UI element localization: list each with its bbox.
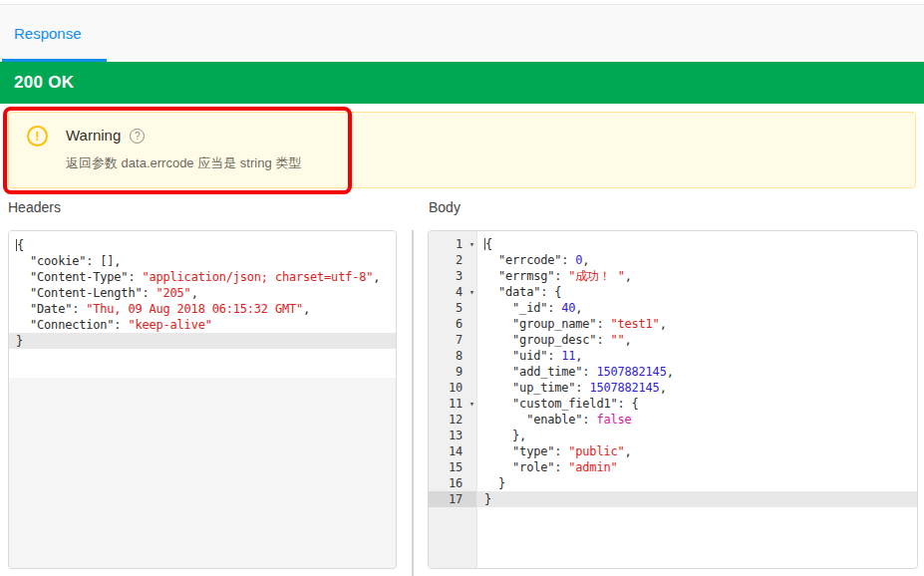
code-line: {: [9, 237, 396, 253]
code-text: "group_name": "test1",: [476, 316, 917, 332]
code-text: "cookie": [],: [9, 253, 396, 269]
line-number: 9: [429, 364, 476, 380]
code-line: 7 "group_desc": "",: [429, 332, 917, 348]
line-number: 8: [429, 348, 476, 364]
code-text: {: [476, 236, 917, 252]
code-text: "Date": "Thu, 09 Aug 2018 06:15:32 GMT",: [9, 301, 396, 317]
code-text: "uid": 11,: [476, 348, 917, 364]
code-line: "cookie": [],: [9, 253, 396, 269]
warning-title: Warning?: [66, 127, 145, 144]
line-number: 6: [429, 316, 476, 332]
line-number: 15: [429, 459, 476, 475]
line-number: 5: [429, 300, 476, 316]
body-code-editor[interactable]: 1▾{2 "errcode": 0,3 "errmsg": "成功！ ",4▾ …: [428, 230, 918, 569]
code-line: 3 "errmsg": "成功！ ",: [429, 268, 917, 284]
warning-message: 返回参数 data.errcode 应当是 string 类型: [66, 154, 301, 172]
code-line: 2 "errcode": 0,: [429, 252, 917, 268]
code-line: "Content-Type": "application/json; chars…: [9, 269, 396, 285]
code-line: 10 "up_time": 1507882145,: [429, 380, 917, 396]
code-line: 1▾{: [429, 236, 917, 252]
code-line: }: [9, 333, 396, 349]
code-text: "custom_field1": {: [476, 396, 917, 412]
warning-exclamation-icon: !: [27, 126, 48, 146]
code-text: "_id": 40,: [476, 300, 917, 316]
code-line: 17}: [429, 491, 917, 507]
panel-divider: [412, 230, 414, 576]
code-text: "group_desc": "",: [476, 332, 917, 348]
code-text: {: [9, 237, 396, 253]
warning-alert: ! Warning? 返回参数 data.errcode 应当是 string …: [8, 112, 916, 188]
code-line: 9 "add_time": 1507882145,: [429, 364, 917, 380]
code-line: 5 "_id": 40,: [429, 300, 917, 316]
code-text: "add_time": 1507882145,: [476, 364, 917, 380]
code-line: 13 },: [429, 428, 917, 443]
code-line: 11▾ "custom_field1": {: [429, 396, 917, 412]
line-number: 4▾: [429, 284, 476, 300]
body-code-lines: 1▾{2 "errcode": 0,3 "errmsg": "成功！ ",4▾ …: [429, 231, 917, 507]
code-text: "role": "admin": [476, 459, 917, 475]
code-text: "up_time": 1507882145,: [476, 380, 917, 396]
line-number: 7: [429, 332, 476, 348]
fold-arrow-icon[interactable]: ▾: [469, 396, 474, 412]
body-panel-title: Body: [429, 199, 461, 215]
code-text: "data": {: [476, 284, 917, 300]
code-text: "enable": false: [476, 412, 917, 428]
code-text: "errcode": 0,: [476, 252, 917, 268]
line-number: 1▾: [429, 236, 476, 252]
line-number: 3: [429, 268, 476, 284]
tab-active-indicator: [2, 59, 107, 62]
line-number: 12: [429, 412, 476, 428]
line-number: 10: [429, 380, 476, 396]
code-line: 12 "enable": false: [429, 412, 917, 428]
line-number: 14: [429, 443, 476, 459]
question-circle-icon[interactable]: ?: [130, 129, 145, 144]
fold-arrow-icon[interactable]: ▾: [469, 236, 474, 252]
code-line: 6 "group_name": "test1",: [429, 316, 917, 332]
line-number: 11▾: [429, 396, 476, 412]
code-line: 14 "type": "public",: [429, 443, 917, 459]
line-number: 2: [429, 252, 476, 268]
code-line: 8 "uid": 11,: [429, 348, 917, 364]
headers-code-lines: { "cookie": [], "Content-Type": "applica…: [9, 231, 396, 378]
line-number: 13: [429, 428, 476, 443]
code-text: }: [476, 475, 917, 491]
code-line: "Connection": "keep-alive": [9, 317, 396, 333]
code-line: 15 "role": "admin": [429, 459, 917, 475]
code-line: "Date": "Thu, 09 Aug 2018 06:15:32 GMT",: [9, 301, 396, 317]
code-text: }: [476, 491, 917, 507]
code-text: "type": "public",: [476, 443, 917, 459]
line-number: 17: [429, 491, 476, 507]
code-line: "Content-Length": "205",: [9, 285, 396, 301]
code-text: }: [9, 333, 396, 349]
headers-panel-title: Headers: [8, 199, 61, 215]
code-text: },: [476, 428, 917, 443]
headers-code-editor[interactable]: { "cookie": [], "Content-Type": "applica…: [8, 230, 397, 569]
fold-arrow-icon[interactable]: ▾: [469, 284, 474, 300]
code-text: "errmsg": "成功！ ",: [476, 268, 917, 284]
status-bar: 200 OK: [0, 62, 924, 104]
response-page: { "tab_bar": { "response_label": "Respon…: [0, 0, 924, 576]
tab-response[interactable]: Response: [14, 25, 82, 42]
code-text: "Content-Length": "205",: [9, 285, 396, 301]
code-line: 4▾ "data": {: [429, 284, 917, 300]
code-text: "Connection": "keep-alive": [9, 317, 396, 333]
code-line: 16 }: [429, 475, 917, 491]
line-number: 16: [429, 475, 476, 491]
code-text: "Content-Type": "application/json; chars…: [9, 269, 396, 285]
tab-bar: Response: [0, 5, 924, 62]
